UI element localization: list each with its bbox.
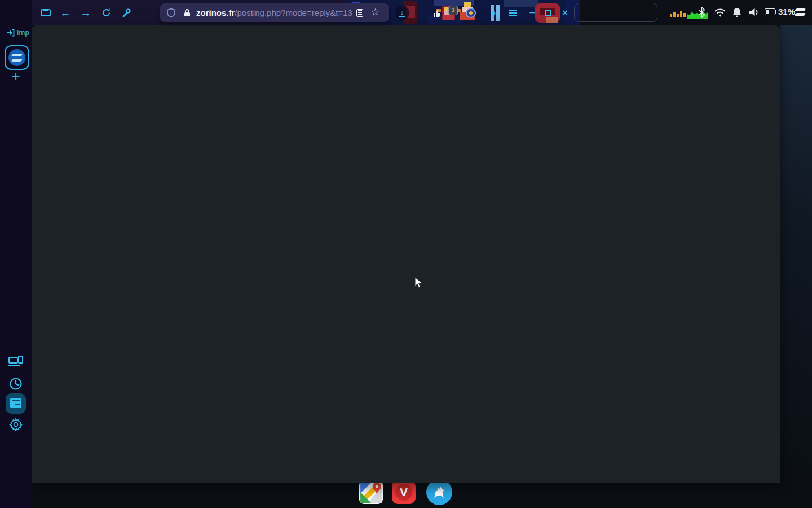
dock-item-vivaldi[interactable]: V <box>392 480 416 504</box>
bluetooth-icon[interactable] <box>698 7 705 18</box>
resource-monitor-bars <box>670 7 687 19</box>
import-button[interactable]: Imp <box>7 28 29 37</box>
extension-icon[interactable] <box>464 0 478 25</box>
battery-percentage: 31% <box>778 7 795 16</box>
browser-toolbar: ← → zorinos.fr/posting.php?mode=reply&t=… <box>8 0 572 25</box>
mouse-cursor <box>414 277 425 289</box>
left-dock-panel: Imp + <box>0 0 32 508</box>
desktop-background-bottom <box>32 483 812 508</box>
dock-item-google-maps[interactable] <box>359 480 383 504</box>
tools-wrench-icon[interactable] <box>117 0 135 25</box>
empty-tray-pill <box>574 3 657 22</box>
back-button[interactable]: ← <box>56 0 74 25</box>
settings-gear-icon[interactable] <box>0 418 32 431</box>
notification-badge: 3 <box>448 6 458 15</box>
browser-menu-icon[interactable] <box>505 0 520 25</box>
wifi-icon[interactable] <box>714 8 726 17</box>
spreadsheet-window <box>32 25 780 483</box>
close-button[interactable]: × <box>558 0 572 25</box>
new-workspace-plus-button[interactable]: + <box>0 68 32 85</box>
tracking-shield-icon[interactable] <box>167 8 175 17</box>
dock-item-librewolf[interactable] <box>426 479 452 505</box>
bookmark-star-icon[interactable]: ☆ <box>371 6 379 18</box>
notifications-bell-icon[interactable] <box>732 7 742 18</box>
reader-view-icon[interactable] <box>356 9 363 17</box>
import-label: Imp <box>17 28 29 37</box>
address-bar[interactable]: zorinos.fr/posting.php?mode=reply&t=13 ☆ <box>160 3 389 22</box>
devices-icon[interactable] <box>0 356 32 368</box>
download-icon[interactable]: ↓ <box>394 0 411 25</box>
archive-panel-icon[interactable] <box>36 0 55 25</box>
reload-button[interactable] <box>97 0 115 25</box>
zorin-app-button[interactable] <box>5 45 29 70</box>
clock-history-icon[interactable] <box>0 377 32 391</box>
lock-icon <box>183 8 191 17</box>
zorin-menu-icon[interactable] <box>794 6 806 19</box>
zorin-logo-icon <box>8 49 25 66</box>
battery-icon <box>765 8 775 15</box>
url-host[interactable]: zorinos.fr <box>196 8 235 17</box>
url-path[interactable]: /posting.php?mode=reply&t=13 <box>235 8 352 17</box>
more-tools-chevron-icon[interactable]: » <box>486 0 501 25</box>
volume-icon[interactable] <box>749 7 760 17</box>
desktop-background-right <box>780 25 812 508</box>
screen: ← → zorinos.fr/posting.php?mode=reply&t=… <box>0 0 812 508</box>
top-bar: ← → zorinos.fr/posting.php?mode=reply&t=… <box>0 0 812 25</box>
restore-button[interactable] <box>541 0 555 25</box>
files-app-active-button[interactable] <box>6 393 26 414</box>
minimize-button[interactable]: − <box>526 0 539 25</box>
forward-button[interactable]: → <box>77 0 95 25</box>
